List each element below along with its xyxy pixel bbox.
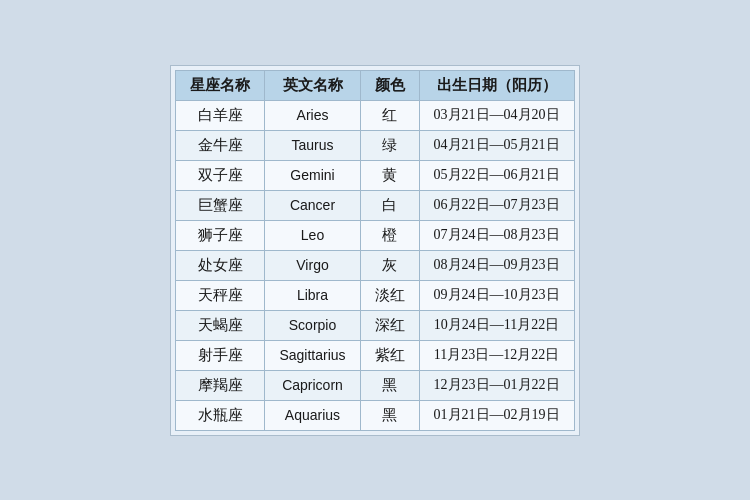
cell-chinese: 处女座	[176, 250, 265, 280]
cell-english: Sagittarius	[265, 340, 360, 370]
cell-chinese: 狮子座	[176, 220, 265, 250]
zodiac-table-wrapper: 星座名称 英文名称 颜色 出生日期（阳历） 白羊座Aries红03月21日—04…	[170, 65, 579, 436]
cell-english: Taurus	[265, 130, 360, 160]
cell-color: 灰	[360, 250, 419, 280]
table-row: 白羊座Aries红03月21日—04月20日	[176, 100, 574, 130]
table-row: 处女座Virgo灰08月24日—09月23日	[176, 250, 574, 280]
cell-color: 黑	[360, 400, 419, 430]
cell-dates: 12月23日—01月22日	[419, 370, 574, 400]
table-row: 双子座Gemini黄05月22日—06月21日	[176, 160, 574, 190]
cell-color: 黄	[360, 160, 419, 190]
col-header-color: 颜色	[360, 70, 419, 100]
table-row: 摩羯座Capricorn黑12月23日—01月22日	[176, 370, 574, 400]
cell-dates: 11月23日—12月22日	[419, 340, 574, 370]
cell-dates: 04月21日—05月21日	[419, 130, 574, 160]
cell-chinese: 射手座	[176, 340, 265, 370]
cell-dates: 08月24日—09月23日	[419, 250, 574, 280]
cell-chinese: 天秤座	[176, 280, 265, 310]
cell-english: Capricorn	[265, 370, 360, 400]
table-row: 巨蟹座Cancer白06月22日—07月23日	[176, 190, 574, 220]
cell-dates: 01月21日—02月19日	[419, 400, 574, 430]
cell-english: Virgo	[265, 250, 360, 280]
cell-color: 黑	[360, 370, 419, 400]
cell-english: Aquarius	[265, 400, 360, 430]
table-row: 金牛座Taurus绿04月21日—05月21日	[176, 130, 574, 160]
cell-english: Leo	[265, 220, 360, 250]
col-header-english: 英文名称	[265, 70, 360, 100]
cell-english: Libra	[265, 280, 360, 310]
cell-color: 白	[360, 190, 419, 220]
table-row: 狮子座Leo橙07月24日—08月23日	[176, 220, 574, 250]
table-row: 射手座Sagittarius紫红11月23日—12月22日	[176, 340, 574, 370]
cell-dates: 10月24日—11月22日	[419, 310, 574, 340]
cell-chinese: 双子座	[176, 160, 265, 190]
col-header-dates: 出生日期（阳历）	[419, 70, 574, 100]
cell-chinese: 水瓶座	[176, 400, 265, 430]
table-header-row: 星座名称 英文名称 颜色 出生日期（阳历）	[176, 70, 574, 100]
cell-dates: 05月22日—06月21日	[419, 160, 574, 190]
table-row: 天秤座Libra淡红09月24日—10月23日	[176, 280, 574, 310]
table-row: 水瓶座Aquarius黑01月21日—02月19日	[176, 400, 574, 430]
zodiac-table: 星座名称 英文名称 颜色 出生日期（阳历） 白羊座Aries红03月21日—04…	[175, 70, 574, 431]
cell-chinese: 摩羯座	[176, 370, 265, 400]
cell-dates: 09月24日—10月23日	[419, 280, 574, 310]
table-row: 天蝎座Scorpio深红10月24日—11月22日	[176, 310, 574, 340]
cell-dates: 07月24日—08月23日	[419, 220, 574, 250]
cell-chinese: 白羊座	[176, 100, 265, 130]
cell-color: 绿	[360, 130, 419, 160]
cell-english: Cancer	[265, 190, 360, 220]
cell-color: 橙	[360, 220, 419, 250]
cell-dates: 03月21日—04月20日	[419, 100, 574, 130]
cell-chinese: 金牛座	[176, 130, 265, 160]
cell-color: 紫红	[360, 340, 419, 370]
cell-chinese: 巨蟹座	[176, 190, 265, 220]
col-header-chinese: 星座名称	[176, 70, 265, 100]
cell-color: 淡红	[360, 280, 419, 310]
cell-color: 深红	[360, 310, 419, 340]
cell-color: 红	[360, 100, 419, 130]
cell-english: Scorpio	[265, 310, 360, 340]
cell-english: Gemini	[265, 160, 360, 190]
cell-chinese: 天蝎座	[176, 310, 265, 340]
cell-english: Aries	[265, 100, 360, 130]
cell-dates: 06月22日—07月23日	[419, 190, 574, 220]
